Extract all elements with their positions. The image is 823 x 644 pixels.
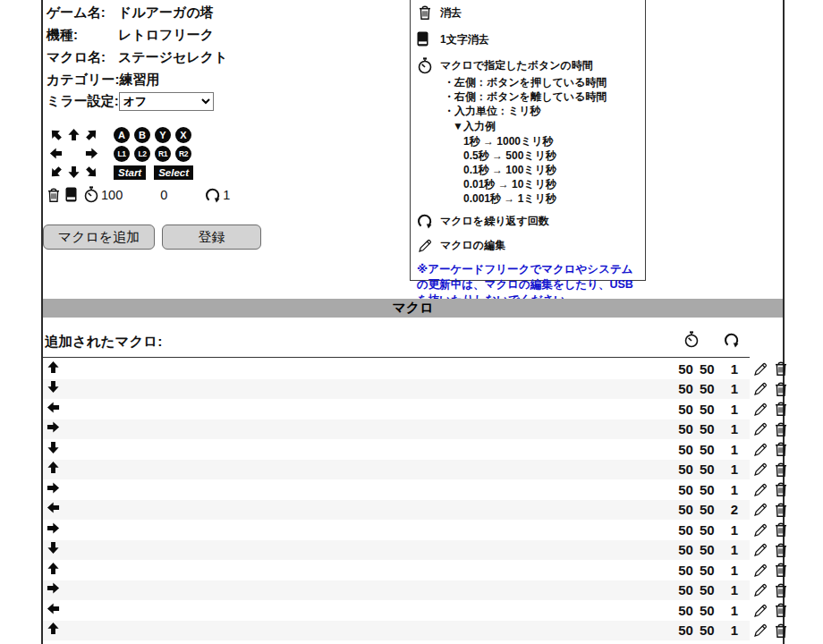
press-time: 50	[678, 502, 693, 517]
edit-macro-icon[interactable]	[752, 562, 769, 579]
delete-macro-icon[interactable]	[773, 582, 789, 598]
edit-macro-icon[interactable]	[752, 360, 769, 377]
repeat-count: 1	[731, 563, 738, 578]
repeat-count: 1	[731, 603, 738, 618]
macro-row: 50501	[43, 359, 783, 379]
form-field-row: 機種:レトロフリーク	[47, 23, 227, 46]
press-time: 50	[678, 542, 693, 557]
repeat-icon	[724, 332, 740, 348]
dpad-down-right-button[interactable]	[82, 163, 100, 182]
edit-macro-icon[interactable]	[752, 441, 769, 458]
help-example-line: 0.01秒 → 10ミリ秒	[463, 177, 607, 191]
dpad-down-button[interactable]	[64, 163, 82, 182]
repeat-count-value[interactable]: 1	[223, 188, 230, 202]
release-time: 50	[700, 623, 715, 638]
dpad-up-right-button[interactable]	[82, 125, 100, 144]
macro-list: 5050150501505015050150501505015050150502…	[43, 359, 783, 640]
mirror-select[interactable]: オフ	[119, 92, 214, 111]
edit-macro-icon[interactable]	[752, 622, 769, 639]
help-erase-one-label: 1文字消去	[440, 31, 489, 47]
macro-direction-left-icon	[47, 501, 60, 518]
press-time-value[interactable]: 100	[101, 188, 123, 202]
delete-macro-icon[interactable]	[773, 481, 789, 497]
dpad-left-button[interactable]	[47, 144, 64, 163]
button-x[interactable]: X	[175, 127, 191, 143]
delete-macro-icon[interactable]	[773, 462, 789, 478]
press-time: 50	[678, 421, 693, 436]
button-r2[interactable]: R2	[175, 146, 191, 162]
macro-row-main: 50501	[43, 580, 750, 601]
macro-direction-right-icon	[47, 420, 60, 437]
delete-macro-icon[interactable]	[773, 502, 789, 518]
delete-macro-icon[interactable]	[773, 623, 789, 639]
help-repeat-label: マクロを繰り返す回数	[440, 213, 549, 228]
edit-macro-icon[interactable]	[752, 461, 769, 478]
dpad-right-button[interactable]	[82, 144, 100, 163]
field-value: ドルアーガの塔	[118, 1, 214, 23]
add-macro-button[interactable]: マクロを追加	[43, 225, 155, 250]
form-field-row: カテゴリー:練習用	[47, 68, 227, 90]
button-y[interactable]: Y	[155, 127, 171, 143]
field-label: カテゴリー:	[47, 68, 119, 90]
edit-macro-icon[interactable]	[752, 401, 769, 418]
macro-row: 50501	[43, 439, 783, 460]
press-time: 50	[678, 361, 693, 377]
repeat-count: 1	[731, 542, 738, 557]
delete-macro-icon[interactable]	[773, 401, 789, 417]
button-r1[interactable]: R1	[155, 146, 171, 162]
macro-row: 50501	[43, 600, 783, 621]
release-time-value[interactable]: 0	[160, 188, 167, 202]
delete-macro-icon[interactable]	[773, 521, 789, 538]
delete-macro-icon[interactable]	[773, 360, 789, 377]
help-example-line: 0.1秒 → 100ミリ秒	[463, 163, 607, 177]
register-button[interactable]: 登録	[162, 225, 261, 250]
edit-macro-icon[interactable]	[752, 541, 769, 558]
delete-macro-icon[interactable]	[773, 542, 789, 558]
edit-macro-icon[interactable]	[752, 602, 769, 619]
repeat-icon	[205, 187, 221, 203]
repeat-count: 1	[731, 462, 738, 477]
help-example-line: 0.5秒 → 500ミリ秒	[463, 148, 607, 163]
delete-macro-icon[interactable]	[773, 602, 789, 618]
release-time: 50	[700, 502, 715, 517]
press-time: 50	[678, 522, 693, 538]
macro-row-main: 50501	[43, 359, 750, 379]
macro-row-main: 50501	[43, 399, 750, 419]
delete-macro-icon[interactable]	[773, 562, 789, 578]
button-a[interactable]: A	[114, 127, 130, 143]
edit-macro-icon[interactable]	[752, 501, 769, 518]
button-l2[interactable]: L2	[134, 146, 150, 162]
dpad-down-left-button[interactable]	[47, 163, 64, 182]
erase-one-icon[interactable]	[65, 187, 81, 202]
delete-macro-icon[interactable]	[773, 421, 789, 437]
help-erase-label: 消去	[440, 4, 462, 20]
release-time: 50	[700, 582, 715, 597]
edit-macro-icon[interactable]	[752, 581, 769, 598]
press-time: 50	[678, 482, 693, 497]
delete-macro-icon[interactable]	[773, 381, 789, 397]
edit-macro-icon[interactable]	[752, 420, 769, 437]
macro-row: 50501	[43, 621, 783, 641]
dpad-up-left-button[interactable]	[47, 125, 64, 144]
macro-direction-right-icon	[47, 581, 60, 598]
button-b[interactable]: B	[134, 127, 150, 143]
press-time: 50	[678, 402, 693, 417]
button-select[interactable]: Select	[154, 165, 193, 180]
button-start[interactable]: Start	[114, 165, 146, 180]
help-example-line: 1秒 → 1000ミリ秒	[463, 134, 607, 148]
trash-icon	[417, 4, 440, 21]
edit-macro-icon[interactable]	[752, 521, 769, 538]
delete-macro-icon[interactable]	[773, 441, 789, 457]
macro-direction-up-icon	[47, 622, 60, 639]
dpad-center	[64, 144, 82, 163]
button-l1[interactable]: L1	[114, 146, 130, 162]
repeat-count: 2	[731, 502, 738, 517]
release-time: 50	[700, 381, 715, 396]
help-time-title: マクロで指定したボタンの時間	[440, 59, 607, 72]
macro-row-main: 50501	[43, 540, 750, 561]
dpad-up-button[interactable]	[64, 125, 82, 144]
edit-macro-icon[interactable]	[752, 481, 769, 498]
mirror-setting-row: ミラー設定: オフ	[47, 90, 227, 113]
trash-icon[interactable]	[46, 187, 63, 203]
edit-macro-icon[interactable]	[752, 380, 769, 397]
